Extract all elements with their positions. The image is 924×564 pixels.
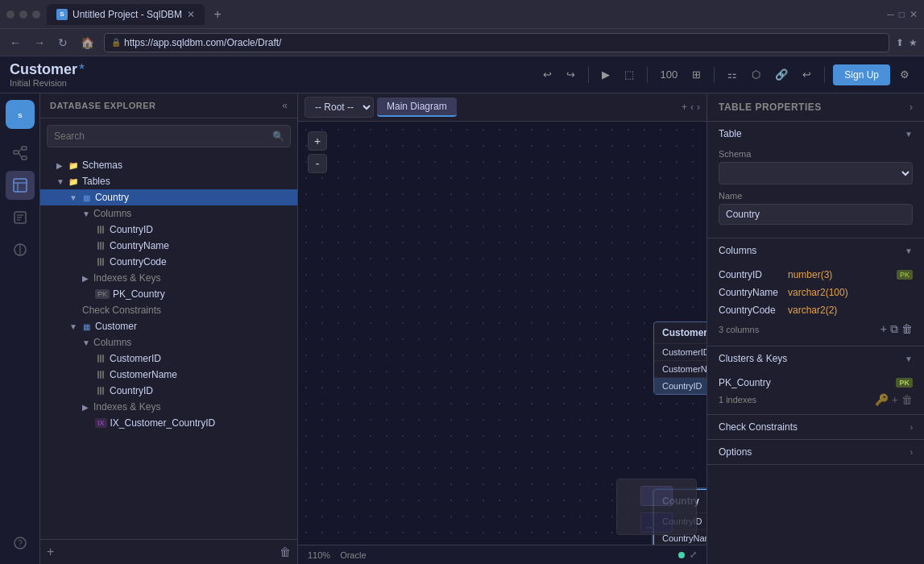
clusters-section-header[interactable]: Clusters & Keys ▼	[707, 346, 924, 371]
window-minimize-btn[interactable]: ─	[887, 9, 894, 20]
svg-rect-2	[14, 151, 19, 154]
root-selector[interactable]: -- Root --	[305, 97, 374, 118]
share-button[interactable]: ⬡	[747, 65, 765, 84]
browser-chrome: S Untitled Project - SqlDBM ✕ + ─ □ ✕	[0, 0, 924, 29]
columns-section-header[interactable]: Columns ▼	[707, 238, 924, 263]
name-input[interactable]	[719, 204, 913, 225]
back-button[interactable]: ←	[6, 35, 24, 51]
zoom-in-button[interactable]: +	[308, 131, 327, 151]
tree-item-country-columns[interactable]: ▼ Columns	[40, 205, 297, 222]
nav-table-icon[interactable]	[6, 171, 35, 200]
minimize-icon[interactable]	[6, 10, 15, 19]
expand-icon[interactable]: ⤢	[690, 549, 697, 560]
zoom-out-button[interactable]: -	[308, 154, 327, 173]
home-button[interactable]: 🏠	[77, 35, 97, 51]
comment-button[interactable]: ↩	[798, 65, 816, 84]
tree-item-country-table[interactable]: ▼ ▦ Country ⋯	[40, 189, 297, 205]
table-section-arrow: ▼	[905, 130, 913, 139]
diagram-canvas[interactable]: + - Customer CustomerID	[298, 122, 706, 545]
add-key-button[interactable]: +	[892, 393, 898, 406]
copy-column-button[interactable]: ⧉	[890, 322, 898, 336]
customer-col1-name: CustomerID	[662, 347, 706, 357]
zoom-level-button[interactable]: 100	[656, 65, 683, 84]
rp-col3-type: varchar2(2)	[788, 305, 913, 316]
tree-item-countryid[interactable]: CountryID	[40, 222, 297, 238]
window-maximize-btn[interactable]: □	[899, 9, 905, 20]
tab-bar: S Untitled Project - SqlDBM ✕ +	[47, 4, 880, 25]
redo-button[interactable]: ↪	[561, 65, 580, 84]
bookmark-icon[interactable]: ★	[909, 37, 918, 48]
tree-item-country-indexes[interactable]: ▶ Indexes & Keys	[40, 270, 297, 286]
delete-key-button[interactable]: 🗑	[901, 393, 913, 406]
search-box: 🔍	[47, 125, 291, 147]
customer-table-row-3[interactable]: CountryID number(3) FK	[654, 377, 706, 394]
delete-table-button[interactable]: 🗑	[280, 545, 291, 558]
tree-item-customerid[interactable]: CustomerID	[40, 350, 297, 367]
sidebar-collapse-button[interactable]: «	[282, 100, 288, 111]
undo-button[interactable]: ↩	[538, 65, 557, 84]
nav-help-icon[interactable]: ?	[6, 529, 35, 558]
delete-column-button[interactable]: 🗑	[901, 322, 913, 336]
fit-view-button[interactable]: ⊞	[687, 65, 706, 84]
country-indexes-label: Indexes & Keys	[93, 272, 160, 284]
tree-item-schemas[interactable]: ▶ 📁 Schemas	[40, 157, 297, 173]
sqldbm-logo[interactable]: S	[6, 100, 35, 129]
check-constraints-section-header[interactable]: Check Constraints ›	[707, 415, 924, 439]
pk-row[interactable]: PK_Country PK	[719, 374, 913, 392]
right-panel-col-row-1[interactable]: CountryID number(3) PK	[719, 266, 913, 284]
search-input[interactable]	[47, 125, 291, 147]
nav-compare-icon[interactable]	[6, 235, 35, 264]
tree-item-pk-country[interactable]: PK PK_Country	[40, 286, 297, 302]
right-panel-expand[interactable]: ›	[909, 102, 913, 113]
tree-item-customer-indexes[interactable]: ▶ Indexes & Keys	[40, 399, 297, 415]
settings-button[interactable]: ⚙	[895, 65, 914, 84]
nav-diagram-icon[interactable]	[6, 139, 35, 168]
tree-item-customer-countryid[interactable]: CountryID	[40, 383, 297, 399]
nav-query-icon[interactable]	[6, 203, 35, 232]
schema-label: Schema	[719, 149, 913, 159]
close-icon[interactable]	[32, 10, 40, 19]
tree-item-tables[interactable]: ▼ 📁 Tables	[40, 173, 297, 189]
tab-close-button[interactable]: ✕	[187, 9, 195, 20]
tree-item-customer-table[interactable]: ▼ ▦ Customer	[40, 318, 297, 334]
tree-item-countryname[interactable]: CountryName	[40, 238, 297, 254]
add-table-button[interactable]: +	[47, 545, 54, 559]
window-close-btn[interactable]: ✕	[909, 9, 918, 20]
next-diagram-button[interactable]: ›	[697, 102, 700, 113]
add-column-button[interactable]: +	[880, 322, 887, 336]
indexes-footer: 1 indexes 🔑 + 🗑	[719, 392, 913, 408]
toolbar-separator-2	[647, 67, 648, 83]
schema-select[interactable]	[719, 162, 913, 185]
sign-up-button[interactable]: Sign Up	[833, 64, 890, 85]
tree-item-countrycode[interactable]: CountryCode	[40, 254, 297, 270]
prev-diagram-button[interactable]: ‹	[690, 102, 694, 113]
right-panel-col-row-2[interactable]: CountryName varchar2(100)	[719, 284, 913, 301]
toolbar: ↩ ↪ ▶ ⬚ 100 ⊞ ⚏ ⬡ 🔗 ↩ Sign Up ⚙	[538, 64, 914, 85]
right-panel-col-row-3[interactable]: CountryCode varchar2(2)	[719, 301, 913, 319]
layout-button[interactable]: ⚏	[723, 65, 742, 84]
customer-table-row-1[interactable]: CustomerID number PK	[654, 343, 706, 360]
forward-button[interactable]: →	[31, 35, 48, 51]
share-page-icon[interactable]: ⬆	[896, 37, 904, 48]
address-bar[interactable]: 🔒 https://app.sqldbm.com/Oracle/Draft/	[104, 33, 889, 52]
tree-item-customer-columns[interactable]: ▼ Columns	[40, 334, 297, 350]
diagram-tab-main[interactable]: Main Diagram	[377, 97, 457, 117]
refresh-button[interactable]: ↻	[55, 35, 71, 51]
customer-table-row-2[interactable]: CustomerName varchar2(200)	[654, 360, 706, 377]
options-section-header[interactable]: Options ›	[707, 440, 924, 464]
select-tool-button[interactable]: ⬚	[619, 65, 639, 84]
logo-icon: S	[12, 106, 28, 122]
new-tab-button[interactable]: +	[208, 5, 227, 24]
countryid-col-icon	[95, 224, 106, 235]
maximize-icon[interactable]	[19, 10, 27, 19]
customer-columns-arrow: ▼	[82, 338, 90, 347]
tree-item-check-constraints[interactable]: Check Constraints	[40, 302, 297, 318]
table-section-header[interactable]: Table ▼	[707, 122, 924, 146]
tree-item-customername[interactable]: CustomerName	[40, 367, 297, 383]
pointer-tool-button[interactable]: ▶	[597, 65, 615, 84]
browser-tab[interactable]: S Untitled Project - SqlDBM ✕	[47, 4, 205, 25]
tree-item-ix-customer[interactable]: IX IX_Customer_CountryID	[40, 415, 297, 431]
add-diagram-button[interactable]: +	[682, 102, 687, 113]
link-button[interactable]: 🔗	[770, 65, 793, 84]
clusters-section-title: Clusters & Keys	[719, 353, 787, 364]
